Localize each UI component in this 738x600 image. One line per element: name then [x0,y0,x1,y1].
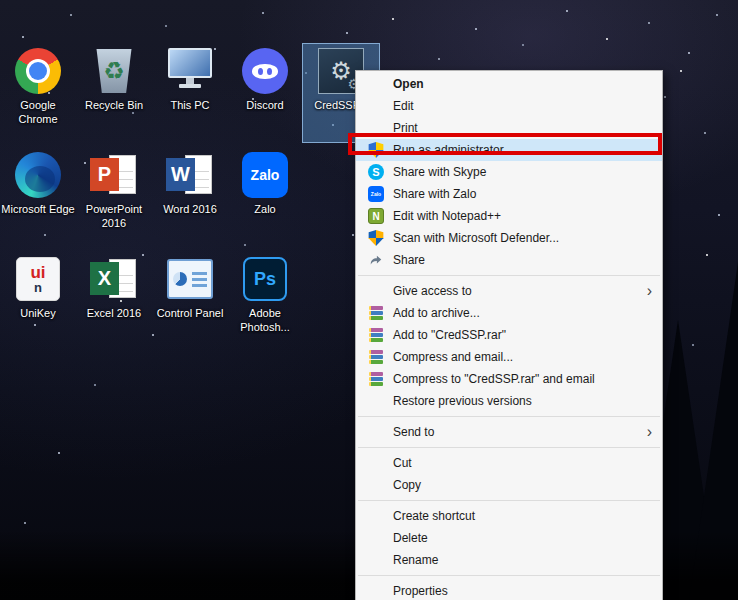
menu-item-add-to-archive[interactable]: Add to archive... [356,302,662,324]
menu-item-label: Edit with Notepad++ [393,209,501,223]
recycle-bin-icon: ♻ [95,49,133,93]
desktop-icon-zalo[interactable]: Zalo Zalo [227,148,303,246]
no-icon [368,98,384,114]
menu-item-label: Restore previous versions [393,394,532,408]
powerpoint-icon: P [90,153,138,197]
unikey-letter-n: n [34,281,42,294]
winrar-icon [368,371,384,387]
menu-item-label: Properties [393,584,448,598]
menu-item-label: Share with Zalo [393,187,476,201]
icon-label: Discord [246,99,283,113]
desktop-icon-control-panel[interactable]: Control Panel [152,252,228,350]
menu-item-label: Add to "CredSSP.rar" [393,328,506,342]
icon-label: Excel 2016 [87,307,141,321]
menu-item-share[interactable]: Share [356,249,662,271]
menu-item-copy[interactable]: Copy [356,474,662,496]
menu-item-label: Send to [393,425,434,439]
menu-item-label: Open [393,77,424,91]
desktop-icon-microsoft-edge[interactable]: Microsoft Edge [0,148,76,246]
menu-item-label: Add to archive... [393,306,480,320]
menu-item-label: Rename [393,553,438,567]
icon-label: Zalo [254,203,275,217]
menu-item-label: Print [393,121,418,135]
menu-item-run-as-administrator[interactable]: Run as administrator [356,139,662,161]
icon-label: UniKey [20,307,55,321]
menu-item-delete[interactable]: Delete [356,527,662,549]
menu-item-share-with-skype[interactable]: S Share with Skype [356,161,662,183]
no-icon [368,393,384,409]
menu-item-label: Compress to "CredSSP.rar" and email [393,372,595,386]
powerpoint-letter: P [90,158,119,191]
menu-item-label: Compress and email... [393,350,513,364]
menu-separator [358,575,660,576]
menu-separator [358,416,660,417]
no-icon [368,477,384,493]
menu-item-label: Copy [393,478,421,492]
pie-chart-glyph [173,272,187,286]
menu-item-open[interactable]: Open [356,73,662,95]
winrar-icon [368,305,384,321]
skype-icon: S [368,164,384,180]
desktop-icon-powerpoint[interactable]: P PowerPoint 2016 [76,148,152,246]
monitor-base [179,84,201,88]
desktop-icon-photoshop[interactable]: Ps Adobe Photosh... [227,252,303,350]
menu-item-send-to[interactable]: Send to › [356,421,662,443]
menu-item-label: Delete [393,531,428,545]
icon-label: Control Panel [157,307,224,321]
icon-label: Google Chrome [0,99,76,127]
this-pc-icon [166,48,214,94]
unikey-icon: ui n [16,257,60,301]
menu-item-compress-and-email[interactable]: Compress and email... [356,346,662,368]
no-icon [368,552,384,568]
menu-item-edit[interactable]: Edit [356,95,662,117]
submenu-chevron-icon: › [647,281,652,301]
menu-item-cut[interactable]: Cut [356,452,662,474]
desktop-icon-this-pc[interactable]: This PC [152,44,228,142]
excel-icon: X [90,257,138,301]
desktop-icon-unikey[interactable]: ui n UniKey [0,252,76,350]
menu-separator [358,500,660,501]
icon-label: Adobe Photosh... [227,307,303,335]
no-icon [368,76,384,92]
monitor-screen [168,48,212,78]
share-icon [368,252,384,268]
chrome-icon [15,48,61,94]
menu-item-label: Share with Skype [393,165,486,179]
desktop-icon-discord[interactable]: Discord [227,44,303,142]
menu-item-give-access-to[interactable]: Give access to › [356,280,662,302]
excel-letter: X [90,262,119,295]
menu-item-restore-previous-versions[interactable]: Restore previous versions [356,390,662,412]
menu-item-scan-with-microsoft-defender[interactable]: Scan with Microsoft Defender... [356,227,662,249]
no-icon [368,455,384,471]
no-icon [368,424,384,440]
submenu-chevron-icon: › [647,422,652,442]
desktop-icon-excel[interactable]: X Excel 2016 [76,252,152,350]
no-icon [368,120,384,136]
menu-item-share-with-zalo[interactable]: Zalo Share with Zalo [356,183,662,205]
discord-icon [242,48,288,94]
menu-item-label: Edit [393,99,414,113]
menu-item-print[interactable]: Print [356,117,662,139]
menu-separator [358,275,660,276]
icon-label: Word 2016 [163,203,217,217]
desktop-icon-google-chrome[interactable]: Google Chrome [0,44,76,142]
winrar-icon [368,327,384,343]
context-menu: Open Edit Print Run as administrator S S… [355,70,663,600]
icon-label: PowerPoint 2016 [76,203,152,231]
unikey-letters: ui [30,264,45,281]
menu-item-add-to-credssp-rar[interactable]: Add to "CredSSP.rar" [356,324,662,346]
menu-item-edit-with-notepad-plus-plus[interactable]: N Edit with Notepad++ [356,205,662,227]
menu-item-compress-to-credssp-rar-and-email[interactable]: Compress to "CredSSP.rar" and email [356,368,662,390]
menu-item-rename[interactable]: Rename [356,549,662,571]
menu-item-label: Scan with Microsoft Defender... [393,231,559,245]
desktop-icon-word[interactable]: W Word 2016 [152,148,228,246]
desktop-icon-recycle-bin[interactable]: ♻ Recycle Bin [76,44,152,142]
zalo-icon: Zalo [242,152,288,198]
no-icon [368,283,384,299]
recycle-glyph: ♻ [103,59,125,83]
menu-item-properties[interactable]: Properties [356,580,662,600]
starfield [0,0,2,2]
no-icon [368,508,384,524]
menu-item-create-shortcut[interactable]: Create shortcut [356,505,662,527]
menu-item-label: Give access to [393,284,472,298]
